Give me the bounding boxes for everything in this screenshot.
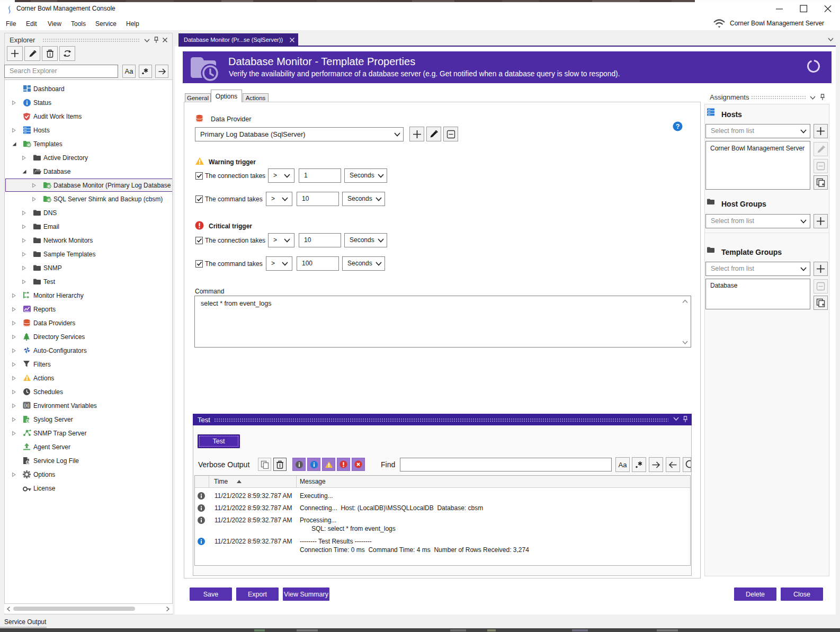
svg-text:?: ? [676,123,680,130]
svg-text:(x): (x) [24,403,30,408]
